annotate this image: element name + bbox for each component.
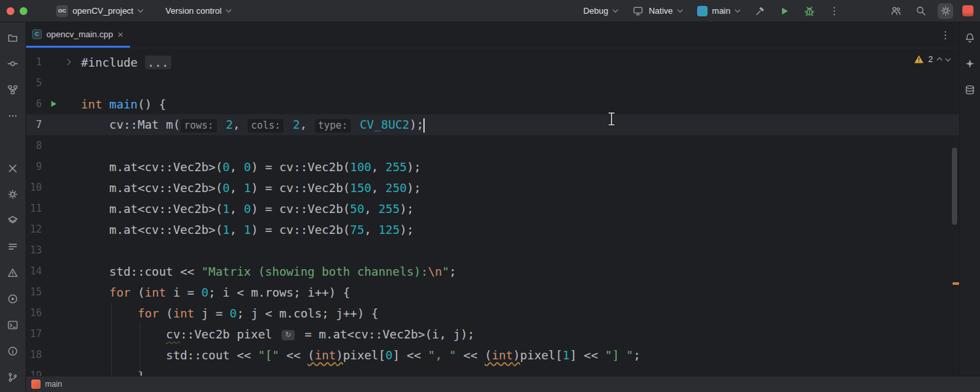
code-token: ( — [485, 348, 492, 362]
code-editor[interactable]: 1#include ...56int main() {7 cv::Mat m(r… — [26, 48, 959, 376]
code-token: "Matrix (showing both channels): — [201, 265, 428, 278]
info-tool-button[interactable] — [4, 342, 22, 360]
tab-opencv-main[interactable]: C opencv_main.cpp — [26, 22, 130, 48]
gutter-icons — [42, 177, 81, 198]
code-token: main — [109, 97, 137, 111]
todo-tool-button[interactable] — [4, 237, 22, 255]
code-token: 0 — [223, 160, 230, 174]
run-line-icon[interactable] — [50, 100, 57, 108]
ai-tool-button[interactable] — [961, 54, 979, 73]
run-tool-window-icon[interactable] — [31, 380, 41, 389]
line-number[interactable]: 16 — [26, 307, 42, 319]
next-problem-icon[interactable] — [945, 56, 951, 61]
code-line[interactable]: 16 for (int j = 0; j < m.cols; j++) { — [26, 302, 959, 323]
debug-mode-dropdown[interactable]: Debug — [581, 3, 621, 18]
terminal-tool-button[interactable] — [4, 316, 22, 334]
code-line[interactable]: 19 } — [26, 365, 959, 376]
debug-button[interactable] — [802, 3, 817, 19]
code-token: 0 — [385, 348, 393, 362]
debug-mode-label: Debug — [583, 6, 608, 16]
code-token: , — [365, 202, 379, 216]
more-actions-button[interactable]: ⋮ — [826, 3, 842, 19]
vcs-widget[interactable]: Version control — [160, 3, 237, 18]
code-token: ( — [131, 286, 145, 299]
code-token: int — [492, 348, 514, 362]
code-line[interactable]: 8 — [26, 135, 959, 156]
line-number[interactable]: 10 — [26, 182, 42, 193]
code-token: ] << — [393, 348, 428, 362]
code-token: 1 — [244, 181, 251, 195]
settings-button[interactable] — [938, 3, 953, 19]
indent-guide — [111, 302, 112, 376]
code-line[interactable]: 18 std::cout << "[" << (int)pixel[0] << … — [26, 344, 959, 365]
vertical-scrollbar[interactable] — [952, 148, 957, 225]
right-stripe-group — [961, 28, 979, 106]
toolchain-dropdown[interactable]: Native — [630, 3, 685, 20]
search-everywhere-button[interactable] — [913, 3, 928, 19]
code-token: ; — [633, 348, 640, 362]
code-line[interactable]: 5 — [26, 73, 959, 93]
line-number[interactable]: 14 — [26, 265, 42, 277]
code-line[interactable]: 13 — [26, 240, 959, 261]
tab-options-kebab-icon[interactable]: ⋮ — [940, 29, 951, 41]
run-tool-window-label[interactable]: main — [45, 380, 62, 389]
commit-tool-button[interactable] — [4, 54, 22, 73]
run-button[interactable] — [777, 3, 792, 19]
cmake-tool-button[interactable] — [4, 185, 22, 203]
code-line[interactable]: 6int main() { — [26, 93, 959, 114]
code-line[interactable]: 11 m.at<cv::Vec2b>(1, 0) = cv::Vec2b(50,… — [26, 198, 959, 219]
line-number[interactable]: 11 — [26, 203, 42, 214]
fold-collapsed-icon[interactable] — [65, 59, 71, 65]
code-line[interactable]: 15 for (int i = 0; i < m.rows; i++) { — [26, 282, 959, 302]
database-tool-button[interactable] — [961, 80, 979, 99]
line-number[interactable]: 1 — [26, 56, 42, 68]
code-token: "] " — [605, 348, 633, 362]
build-button[interactable] — [752, 3, 768, 19]
profile-status-badge[interactable] — [962, 5, 973, 16]
line-number[interactable]: 18 — [26, 349, 42, 361]
project-widget[interactable]: OC openCV_project — [51, 3, 148, 20]
problems-tool-button[interactable] — [4, 263, 22, 282]
code-token: ) — [336, 348, 343, 362]
code-line[interactable]: 12 m.at<cv::Vec2b>(1, 1) = cv::Vec2b(75,… — [26, 219, 959, 240]
code-token: ] << — [570, 348, 605, 362]
close-window-button[interactable] — [7, 7, 14, 15]
build-tool-button[interactable] — [4, 159, 22, 177]
code-line[interactable]: 10 m.at<cv::Vec2b>(0, 1) = cv::Vec2b(150… — [26, 177, 959, 198]
line-number[interactable]: 17 — [26, 328, 42, 340]
prev-problem-icon[interactable] — [937, 57, 942, 63]
layers-tool-button[interactable] — [4, 211, 22, 229]
line-number[interactable]: 15 — [26, 286, 42, 298]
gutter-icons — [42, 219, 81, 240]
code-token: \n — [428, 265, 442, 278]
zoom-window-button[interactable] — [20, 7, 27, 15]
title-bar: OC openCV_project Version control Debug … — [0, 0, 980, 22]
line-number[interactable]: 7 — [26, 119, 42, 131]
run-config-dropdown[interactable]: main — [694, 3, 743, 19]
line-number[interactable]: 9 — [26, 161, 42, 172]
line-number[interactable]: 19 — [26, 370, 42, 376]
project-tool-button[interactable] — [4, 28, 22, 46]
bell-tool-button[interactable] — [961, 28, 979, 46]
code-line[interactable]: 7 cv::Mat m(rows: 2, cols: 2, type: CV_8… — [26, 114, 959, 135]
line-number[interactable]: 5 — [26, 77, 42, 89]
code-token: 1 — [223, 202, 230, 216]
code-token: << — [456, 348, 484, 362]
inspections-widget[interactable]: 2 — [914, 54, 950, 64]
code-line[interactable]: 9 m.at<cv::Vec2b>(0, 0) = cv::Vec2b(100,… — [26, 156, 959, 177]
structure-tool-button[interactable] — [4, 80, 22, 99]
run-tool-button[interactable] — [4, 289, 22, 308]
gutter-icons — [42, 282, 81, 302]
line-number[interactable]: 6 — [26, 98, 42, 110]
git-tool-button[interactable] — [4, 368, 22, 386]
line-number[interactable]: 13 — [26, 244, 42, 256]
code-line[interactable]: 17 cv::Vec2b pixel ↻ = m.at<cv::Vec2b>(i… — [26, 323, 959, 344]
more-tool-button[interactable] — [4, 106, 22, 125]
code-line[interactable]: 1#include ... — [26, 52, 959, 73]
code-with-me-button[interactable] — [888, 3, 904, 19]
code-line[interactable]: 14 std::cout << "Matrix (showing both ch… — [26, 261, 959, 282]
code-token: ::Vec2b pixel — [180, 327, 280, 341]
line-number[interactable]: 8 — [26, 140, 42, 152]
close-tab-icon[interactable] — [118, 29, 123, 39]
line-number[interactable]: 12 — [26, 223, 42, 235]
